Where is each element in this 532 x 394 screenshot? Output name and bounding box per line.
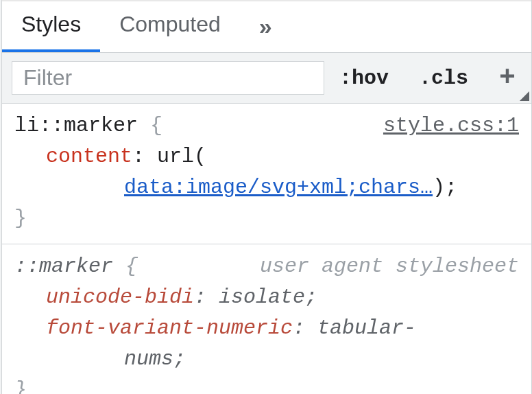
filter-toolbar: :hov .cls + bbox=[2, 53, 531, 104]
css-declaration[interactable]: font-variant-numeric: tabular- bbox=[14, 313, 519, 344]
open-brace: { bbox=[125, 255, 138, 278]
css-declaration[interactable]: unicode-bidi: isolate; bbox=[14, 282, 519, 313]
rule-selector-line: li::marker { bbox=[14, 111, 162, 141]
css-property[interactable]: font-variant-numeric bbox=[46, 316, 293, 340]
style-rule-ua[interactable]: ::marker { user agent stylesheet unicode… bbox=[2, 244, 531, 394]
close-brace: } bbox=[14, 378, 27, 394]
tab-more[interactable]: » bbox=[240, 0, 293, 52]
rule-source-link[interactable]: style.css:1 bbox=[383, 111, 519, 141]
ua-stylesheet-label: user agent stylesheet bbox=[260, 251, 519, 282]
dropdown-corner-icon bbox=[520, 91, 529, 101]
css-url-link[interactable]: data:image/svg+xml;chars… bbox=[124, 176, 433, 199]
css-property[interactable]: content bbox=[46, 145, 132, 168]
cls-toggle[interactable]: .cls bbox=[404, 53, 483, 103]
css-declaration[interactable]: content: url( bbox=[14, 141, 519, 172]
filter-input[interactable] bbox=[12, 61, 324, 95]
close-brace: } bbox=[14, 207, 27, 230]
rule-header: li::marker { style.css:1 bbox=[14, 111, 519, 141]
new-style-rule-button[interactable]: + bbox=[483, 53, 531, 103]
tab-computed[interactable]: Computed bbox=[100, 0, 240, 52]
hov-toggle[interactable]: :hov bbox=[324, 53, 404, 103]
css-property[interactable]: unicode-bidi bbox=[46, 286, 194, 309]
css-value-wrap: nums; bbox=[14, 344, 519, 375]
tab-styles[interactable]: Styles bbox=[2, 0, 100, 52]
rule-header: ::marker { user agent stylesheet bbox=[14, 251, 519, 282]
css-value-func: url bbox=[157, 145, 194, 168]
style-rule[interactable]: li::marker { style.css:1 content: url( d… bbox=[2, 104, 531, 244]
css-value-wrap: data:image/svg+xml;chars…); bbox=[14, 172, 519, 203]
plus-icon: + bbox=[499, 65, 516, 92]
styles-panel: Styles Computed » :hov .cls + li::marker… bbox=[1, 0, 532, 394]
styles-list: li::marker { style.css:1 content: url( d… bbox=[2, 104, 531, 394]
css-value[interactable]: tabular- bbox=[317, 316, 416, 340]
open-brace: { bbox=[150, 114, 162, 137]
rule-selector[interactable]: li::marker bbox=[14, 114, 138, 137]
rule-selector-line: ::marker { bbox=[14, 251, 138, 282]
css-value-cont[interactable]: nums bbox=[124, 347, 173, 371]
rule-selector[interactable]: ::marker bbox=[14, 255, 113, 278]
tab-bar: Styles Computed » bbox=[2, 2, 531, 53]
css-value[interactable]: isolate bbox=[219, 286, 305, 309]
